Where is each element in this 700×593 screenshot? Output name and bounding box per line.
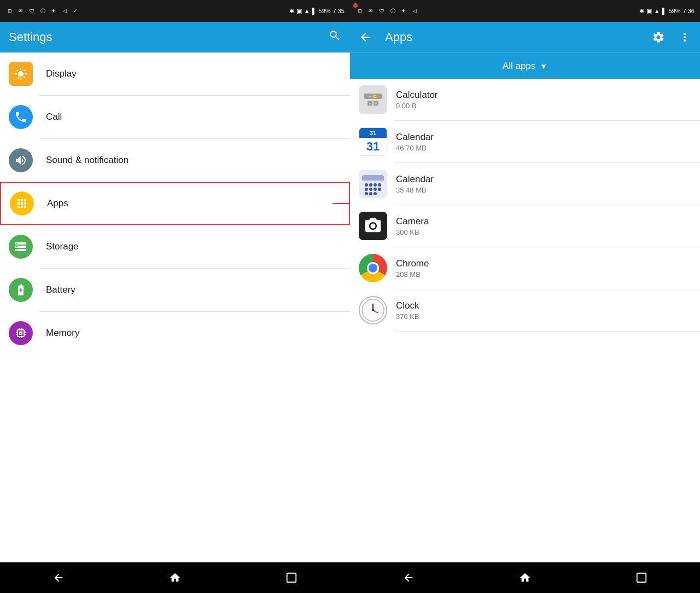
svg-point-5 [369, 183, 372, 187]
svg-point-13 [369, 192, 372, 195]
calculator-icon: + C × = [359, 85, 387, 114]
chrome-icon [359, 254, 387, 282]
svg-point-15 [370, 223, 375, 228]
signal-icon-r: ✈ [399, 7, 408, 15]
nav-icon: ◁ [60, 7, 69, 15]
gcal-header: 31 [359, 128, 387, 138]
status-icons-right-left: ⊡ ✉ 🛡 ⓘ ✈ ◁ [355, 7, 419, 15]
status-bar-right: ⊡ ✉ 🛡 ⓘ ✈ ◁ ✱ ▣ ▲ ▌ 59% 7:36 [350, 0, 700, 22]
battery-indicator: 59% [319, 8, 331, 14]
settings-app-bar: Settings [0, 22, 350, 53]
svg-point-10 [374, 188, 377, 191]
settings-title: Settings [9, 30, 52, 44]
camera-info: Camera 300 KB [396, 216, 429, 236]
wifi-icon-r: ▲ [654, 8, 660, 14]
calculator-name: Calculator [396, 90, 438, 101]
settings-item-display[interactable]: Display [0, 53, 350, 95]
status-right: ✱ ▣ ▲ ▌ 59% 7:35 [289, 8, 345, 15]
arrow-line [332, 203, 350, 204]
calendar-google-info: Calendar 46.70 MB [396, 132, 434, 152]
app-item-clock[interactable]: Clock 376 KB [350, 289, 700, 331]
search-button[interactable] [328, 29, 341, 45]
svg-rect-0 [287, 573, 296, 583]
display-label: Display [46, 68, 77, 79]
signal-bars: ▌ [312, 8, 317, 14]
recent-button-right[interactable] [631, 567, 652, 589]
check-icon: ✓ [71, 7, 80, 15]
svg-point-14 [374, 192, 377, 195]
memory-icon [9, 321, 33, 345]
gcalendar-icon-wrapper: 31 31 [359, 127, 387, 156]
battery-percent: 59% [319, 8, 331, 14]
filter-bar[interactable]: All apps ▼ [350, 53, 700, 79]
notif-icon-r: ⊡ [355, 7, 364, 15]
storage-icon [9, 235, 33, 259]
calendar-google-size: 46.70 MB [396, 144, 434, 152]
chrome-inner-circle [367, 262, 379, 274]
apps-list: + C × = Calculator 0.00 B 31 [350, 79, 700, 562]
battery-icon [9, 278, 33, 302]
svg-rect-20 [637, 573, 646, 583]
home-button[interactable] [164, 567, 186, 589]
settings-item-call[interactable]: Call [0, 96, 350, 138]
signal-bars-r: ▌ [662, 8, 667, 14]
svg-point-12 [365, 192, 368, 195]
wifi-icon: ▲ [304, 8, 310, 14]
calculator-info: Calculator 0.00 B [396, 90, 438, 110]
calculator-size: 0.00 B [396, 102, 438, 110]
battery-label: Battery [46, 284, 75, 295]
apps-back-button[interactable] [354, 26, 376, 48]
settings-item-memory[interactable]: Memory [0, 312, 350, 354]
svg-point-7 [378, 183, 381, 187]
camera-size: 300 KB [396, 228, 429, 236]
settings-item-sound[interactable]: Sound & notification [0, 139, 350, 182]
time-display: 7:35 [333, 8, 345, 14]
apps-more-button[interactable] [674, 26, 696, 48]
recent-button[interactable] [281, 567, 302, 589]
notification-icon: ⊡ [5, 7, 14, 15]
camera-icon [359, 212, 387, 240]
apps-settings-button[interactable] [648, 26, 669, 48]
vibrate-icon-r: ▣ [646, 8, 652, 15]
settings-item-battery[interactable]: Battery [0, 269, 350, 311]
settings-list: Display Call Sound & notification [0, 53, 350, 562]
bluetooth-icon-r: ✱ [639, 8, 644, 15]
bluetooth-icon: ✱ [289, 8, 294, 15]
settings-item-storage[interactable]: Storage [0, 225, 350, 268]
clock-icon [359, 296, 387, 324]
svg-point-9 [369, 188, 372, 191]
chrome-info: Chrome 208 MB [396, 258, 429, 278]
calendar2-icon-wrapper [359, 170, 387, 198]
memory-label: Memory [46, 328, 79, 339]
app-item-camera[interactable]: Camera 300 KB [350, 205, 700, 247]
nav-icon-r: ◁ [410, 7, 419, 15]
nav-bar-left [0, 562, 350, 593]
back-button-right[interactable] [398, 567, 419, 589]
home-button-right[interactable] [514, 567, 536, 589]
sound-label: Sound & notification [46, 155, 129, 166]
back-button[interactable] [48, 567, 69, 589]
app-item-chrome[interactable]: Chrome 208 MB [350, 247, 700, 289]
gcal-body: 31 [359, 138, 387, 155]
app-item-calendar-google[interactable]: 31 31 Calendar 46.70 MB [350, 121, 700, 162]
calendar-google-name: Calendar [396, 132, 434, 143]
clock-icon-wrapper [359, 296, 387, 324]
svg-rect-3 [362, 178, 384, 181]
battery-percent-r: 59% [669, 8, 681, 14]
app-item-calendar2[interactable]: Calendar 35.48 MB [350, 163, 700, 205]
calendar2-icon [359, 170, 387, 198]
call-icon [9, 105, 33, 129]
chrome-size: 208 MB [396, 270, 429, 278]
svg-point-6 [374, 183, 377, 187]
apps-icon [10, 191, 34, 216]
camera-name: Camera [396, 216, 429, 227]
divider-clock [394, 331, 700, 332]
chrome-name: Chrome [396, 258, 429, 269]
filter-dropdown-icon: ▼ [540, 62, 547, 71]
vibrate-icon: ▣ [296, 8, 302, 15]
app-item-calculator[interactable]: + C × = Calculator 0.00 B [350, 79, 700, 120]
gcalendar-icon: 31 31 [359, 127, 387, 156]
calculator-icon-wrapper: + C × = [359, 85, 387, 114]
svg-point-4 [365, 183, 368, 187]
settings-item-apps[interactable]: Apps [0, 182, 350, 225]
